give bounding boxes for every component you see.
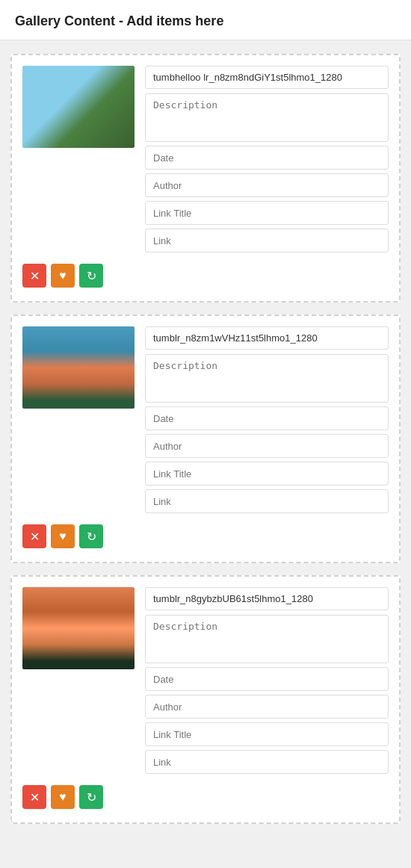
delete-button-3[interactable]: ✕ [22,785,46,809]
item-image-1 [22,66,135,148]
item-fields-3 [145,587,389,778]
link-title-input-2[interactable] [145,462,389,486]
favorite-button-3[interactable]: ♥ [51,785,75,809]
gallery-item-3: ✕ ♥ ↻ [10,575,401,824]
item-actions-1: ✕ ♥ ↻ [22,264,389,288]
link-title-input-3[interactable] [145,722,389,746]
item-fields-1 [145,66,389,256]
delete-button-1[interactable]: ✕ [22,264,46,288]
refresh-button-2[interactable]: ↻ [79,524,103,548]
item-fields-2 [145,326,389,517]
item-image-3 [22,587,135,669]
page-title: Gallery Content - Add items here [15,13,223,28]
delete-button-2[interactable]: ✕ [22,524,46,548]
author-input-1[interactable] [145,173,389,197]
author-input-2[interactable] [145,434,389,458]
author-input-3[interactable] [145,695,389,719]
gallery-item-1: ✕ ♥ ↻ [10,54,401,303]
item-image-2 [22,326,135,409]
link-title-input-1[interactable] [145,201,389,225]
link-input-2[interactable] [145,489,389,513]
item-actions-3: ✕ ♥ ↻ [22,785,389,809]
date-input-3[interactable] [145,667,389,691]
title-input-2[interactable] [145,326,389,350]
item-actions-2: ✕ ♥ ↻ [22,524,389,548]
date-input-2[interactable] [145,406,389,430]
favorite-button-1[interactable]: ♥ [51,264,75,288]
date-input-1[interactable] [145,146,389,170]
main-content: ✕ ♥ ↻ ✕ ♥ ↻ [0,40,411,837]
title-input-3[interactable] [145,587,389,610]
link-input-3[interactable] [145,750,389,774]
description-input-1[interactable] [145,93,389,142]
description-input-2[interactable] [145,354,389,403]
description-input-3[interactable] [145,615,389,663]
gallery-item-2: ✕ ♥ ↻ [10,314,401,563]
item-top-3 [22,587,389,778]
page-header: Gallery Content - Add items here [0,0,411,40]
favorite-button-2[interactable]: ♥ [51,524,75,548]
item-top-2 [22,326,389,517]
link-input-1[interactable] [145,229,389,252]
refresh-button-3[interactable]: ↻ [79,785,103,809]
refresh-button-1[interactable]: ↻ [79,264,103,288]
title-input-1[interactable] [145,66,389,89]
item-top-1 [22,66,389,256]
